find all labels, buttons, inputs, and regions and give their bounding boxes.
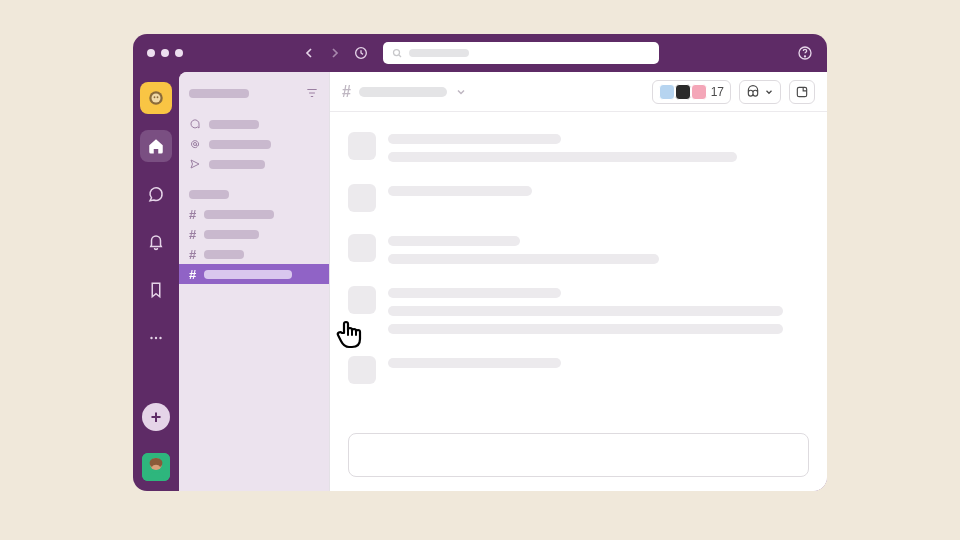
huddle-button[interactable]	[739, 80, 781, 104]
app-body: +	[133, 72, 827, 491]
canvas-icon	[795, 85, 809, 99]
svg-point-5	[152, 94, 161, 103]
bookmark-icon	[147, 281, 165, 299]
more-icon	[147, 329, 165, 347]
search-icon	[391, 47, 403, 59]
channel-label	[204, 230, 259, 239]
huddle-icon	[746, 85, 760, 99]
workspace-content: # # # # #	[179, 72, 827, 491]
hash-icon: #	[189, 247, 196, 262]
sidebar-drafts[interactable]	[179, 154, 329, 174]
sidebar-channel-0[interactable]: #	[179, 204, 329, 224]
sidebar-item-label	[209, 160, 265, 169]
window-close-dot[interactable]	[147, 49, 155, 57]
left-rail: +	[133, 72, 179, 491]
message-item[interactable]	[348, 356, 799, 384]
rail-more[interactable]	[140, 322, 172, 354]
svg-point-8	[150, 337, 152, 339]
search-input[interactable]	[383, 42, 659, 64]
threads-icon	[189, 118, 201, 130]
send-icon	[189, 158, 201, 170]
channel-label	[204, 270, 292, 279]
sidebar-channel-2[interactable]: #	[179, 244, 329, 264]
bell-icon	[147, 233, 165, 251]
workspace-name-placeholder	[189, 89, 249, 98]
chevron-down-icon[interactable]	[455, 86, 467, 98]
sidebar-header[interactable]	[179, 82, 329, 104]
workspace-switcher[interactable]	[140, 82, 172, 114]
hash-icon: #	[189, 227, 196, 242]
rail-home[interactable]	[140, 130, 172, 162]
message-line	[388, 134, 561, 144]
svg-point-9	[155, 337, 157, 339]
channel-name-placeholder[interactable]	[359, 87, 447, 97]
sidebar-item-label	[209, 140, 271, 149]
channel-label	[204, 210, 274, 219]
message-line	[388, 254, 659, 264]
create-new-button[interactable]: +	[142, 403, 170, 431]
message-avatar	[348, 184, 376, 212]
message-line	[388, 288, 561, 298]
user-avatar[interactable]	[142, 453, 170, 481]
app-window: +	[133, 34, 827, 491]
history-icon[interactable]	[353, 45, 369, 61]
member-count: 17	[711, 85, 724, 99]
message-composer[interactable]	[348, 433, 809, 477]
message-line	[388, 152, 737, 162]
sidebar-item-label	[209, 120, 259, 129]
message-line	[388, 236, 520, 246]
message-avatar	[348, 132, 376, 160]
rail-activity[interactable]	[140, 226, 172, 258]
message-item[interactable]	[348, 184, 799, 212]
window-maximize-dot[interactable]	[175, 49, 183, 57]
member-avatar	[675, 84, 691, 100]
help-icon[interactable]	[797, 45, 813, 61]
filter-icon[interactable]	[305, 86, 319, 100]
sidebar-channel-1[interactable]: #	[179, 224, 329, 244]
titlebar	[133, 34, 827, 72]
workspace-logo-icon	[147, 89, 165, 107]
at-icon	[189, 138, 201, 150]
member-avatar	[659, 84, 675, 100]
sidebar-section-channels[interactable]	[179, 184, 329, 204]
avatar-image	[142, 453, 170, 481]
window-minimize-dot[interactable]	[161, 49, 169, 57]
member-avatar	[691, 84, 707, 100]
message-line	[388, 324, 783, 334]
message-line	[388, 358, 561, 368]
nav-forward-icon[interactable]	[327, 45, 343, 61]
hash-icon: #	[189, 207, 196, 222]
plus-icon: +	[151, 407, 162, 428]
message-item[interactable]	[348, 132, 799, 162]
svg-point-3	[804, 56, 805, 57]
home-icon	[147, 137, 165, 155]
nav-controls	[301, 42, 659, 64]
message-line	[388, 306, 783, 316]
hash-icon: #	[189, 267, 196, 282]
channel-label	[204, 250, 244, 259]
hash-icon: #	[342, 83, 351, 101]
sidebar-threads[interactable]	[179, 114, 329, 134]
message-item[interactable]	[348, 286, 799, 334]
message-avatar	[348, 286, 376, 314]
canvas-button[interactable]	[789, 80, 815, 104]
svg-point-6	[154, 96, 156, 98]
message-avatar	[348, 234, 376, 262]
sidebar-mentions[interactable]	[179, 134, 329, 154]
svg-rect-14	[797, 87, 806, 96]
sidebar: # # # #	[179, 72, 329, 491]
channel-header: # 17	[330, 72, 827, 112]
member-count-button[interactable]: 17	[652, 80, 731, 104]
section-label	[189, 190, 229, 199]
sidebar-channel-3[interactable]: #	[179, 264, 329, 284]
rail-dms[interactable]	[140, 178, 172, 210]
chevron-down-icon	[764, 87, 774, 97]
dm-icon	[147, 185, 165, 203]
main-panel: # 17	[329, 72, 827, 491]
search-placeholder	[409, 49, 469, 57]
svg-point-10	[159, 337, 161, 339]
message-item[interactable]	[348, 234, 799, 264]
message-avatar	[348, 356, 376, 384]
nav-back-icon[interactable]	[301, 45, 317, 61]
rail-later[interactable]	[140, 274, 172, 306]
